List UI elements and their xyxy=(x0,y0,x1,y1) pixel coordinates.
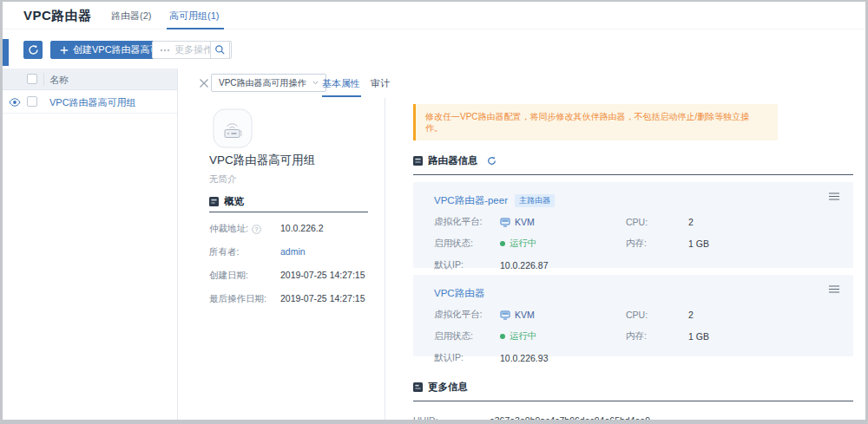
detail-title: VPC路由器高可用组 xyxy=(209,153,315,168)
detail-description: 无简介 xyxy=(209,173,237,186)
detail-header: VPC路由器高可用操作 基本属性 审计 xyxy=(178,68,865,98)
detail-active-tab-underline xyxy=(322,95,361,97)
platform-label: 虚拟化平台: xyxy=(434,216,500,228)
cpu-value: 2 xyxy=(688,217,839,227)
state-value: 运行中 xyxy=(510,238,537,250)
section-refresh-icon[interactable] xyxy=(487,156,496,166)
actions-dropdown-label: VPC路由器高可用操作 xyxy=(219,77,306,89)
default-ip-label: 默认IP: xyxy=(434,352,500,364)
active-tab-underline xyxy=(167,28,224,29)
platform-value: KVM xyxy=(515,310,535,320)
arbitration-address-label: 仲裁地址: xyxy=(209,223,248,235)
list-header-row: 名称 xyxy=(3,68,177,90)
platform-label: 虚拟化平台: xyxy=(434,309,500,321)
memory-value: 1 GB xyxy=(688,331,839,342)
platform-value: KVM xyxy=(515,217,535,227)
left-accent-strip xyxy=(3,39,9,66)
page-title: VPC路由器 xyxy=(23,8,92,24)
name-column-header: 名称 xyxy=(49,74,69,87)
owner-label: 所有者: xyxy=(209,246,280,258)
create-date-label: 创建日期: xyxy=(209,270,280,282)
cpu-label: CPU: xyxy=(626,310,688,320)
uuid-value: e367e3e0b9ac4c7b96dec94e65bd4ee9 xyxy=(490,415,650,420)
card-menu-icon[interactable] xyxy=(829,192,839,200)
hypervisor-kvm-icon xyxy=(500,310,510,320)
svg-text:?: ? xyxy=(254,226,258,232)
more-actions-label: 更多操作 xyxy=(174,43,213,56)
app-window: VPC路由器 路由器(2) 高可用组(1) 创建VPC路由器高可用组 更多操作 xyxy=(3,2,865,420)
memory-label: 内存: xyxy=(626,238,688,250)
list-item-ha-group[interactable]: VPC路由器高可用组 xyxy=(3,90,177,114)
router-card: VPC路由器 虚拟化平台: KVM CPU: 2 启用状态: xyxy=(413,275,853,356)
ellipsis-icon xyxy=(160,49,170,52)
router-card-title-link[interactable]: VPC路由器 xyxy=(434,287,484,300)
router-card-peer: VPC路由器-peer 主路由器 虚拟化平台: KVM CPU: 2 启用状态: xyxy=(413,182,853,268)
memory-label: 内存: xyxy=(626,330,688,342)
viewing-eye-icon xyxy=(9,98,21,107)
select-all-checkbox[interactable] xyxy=(27,74,37,84)
router-info-label: 路由器信息 xyxy=(428,154,478,167)
vpc-router-ha-group-icon xyxy=(213,108,253,148)
running-status-dot xyxy=(500,241,505,246)
router-info-divider xyxy=(413,174,853,175)
select-row-checkbox[interactable] xyxy=(27,96,37,107)
running-status-dot xyxy=(500,334,505,339)
state-label: 启用状态: xyxy=(434,238,500,250)
more-info-section-icon xyxy=(413,382,423,392)
chevron-down-icon xyxy=(312,81,319,85)
overview-section-icon xyxy=(209,197,219,206)
create-date-value: 2019-07-25 14:27:15 xyxy=(280,270,365,282)
page-header: VPC路由器 路由器(2) 高可用组(1) xyxy=(3,2,865,29)
card-menu-icon[interactable] xyxy=(829,285,839,293)
search-icon xyxy=(214,44,226,55)
more-info-heading: 更多信息 xyxy=(413,381,468,394)
last-op-date-value: 2019-07-25 14:27:15 xyxy=(280,293,365,305)
detail-panel: VPC路由器高可用组 无简介 概览 仲裁地址: ? 10.0.226.2 所有者… xyxy=(178,98,385,420)
hypervisor-kvm-icon xyxy=(500,218,510,227)
close-icon[interactable] xyxy=(199,78,209,88)
plus-icon xyxy=(60,46,69,55)
cpu-value: 2 xyxy=(688,310,839,320)
primary-router-badge: 主路由器 xyxy=(515,194,555,207)
arbitration-address-value: 10.0.226.2 xyxy=(280,223,365,235)
actions-dropdown[interactable]: VPC路由器高可用操作 xyxy=(211,74,326,92)
memory-value: 1 GB xyxy=(688,238,839,249)
tab-routers[interactable]: 路由器(2) xyxy=(111,10,151,23)
default-ip-value: 10.0.226.93 xyxy=(500,353,626,363)
row-name-link[interactable]: VPC路由器高可用组 xyxy=(49,96,136,109)
router-card-title-link[interactable]: VPC路由器-peer xyxy=(434,194,508,207)
owner-value-link[interactable]: admin xyxy=(280,246,365,258)
router-info-section-icon xyxy=(413,156,423,166)
tab-audit[interactable]: 审计 xyxy=(371,77,390,90)
router-info-heading: 路由器信息 xyxy=(413,154,496,167)
default-ip-label: 默认IP: xyxy=(434,259,500,271)
default-ip-value: 10.0.226.87 xyxy=(500,260,626,271)
tab-ha-groups[interactable]: 高可用组(1) xyxy=(169,10,219,23)
state-label: 启用状态: xyxy=(434,330,500,342)
uuid-row: UUID: e367e3e0b9ac4c7b96dec94e65bd4ee9 xyxy=(413,415,853,420)
search-button[interactable] xyxy=(210,41,230,59)
resource-list: 名称 VPC路由器高可用组 xyxy=(3,68,178,420)
column-separator xyxy=(43,73,44,86)
tab-basic-properties[interactable]: 基本属性 xyxy=(322,77,360,90)
refresh-button[interactable] xyxy=(23,41,43,59)
cpu-label: CPU: xyxy=(626,217,688,227)
overview-divider xyxy=(209,212,368,212)
more-info-label: 更多信息 xyxy=(428,381,468,394)
overview-section-label: 概览 xyxy=(224,195,244,208)
warning-banner: 修改任一VPC路由器配置，将同步修改其伙伴路由器，不包括启动停止/删除等独立操作… xyxy=(413,104,778,140)
overview-fields: 仲裁地址: ? 10.0.226.2 所有者: admin 创建日期: 2019… xyxy=(209,223,365,305)
refresh-icon xyxy=(28,44,39,55)
help-icon[interactable]: ? xyxy=(252,225,261,234)
state-value: 运行中 xyxy=(510,330,537,342)
overview-section-heading: 概览 xyxy=(209,195,244,208)
field-label-arbitration: 仲裁地址: ? xyxy=(209,223,280,235)
detail-content: 修改任一VPC路由器配置，将同步修改其伙伴路由器，不包括启动停止/删除等独立操作… xyxy=(385,98,865,420)
uuid-label: UUID: xyxy=(413,415,487,420)
more-info-divider xyxy=(413,401,853,401)
last-op-date-label: 最后操作日期: xyxy=(209,293,280,305)
